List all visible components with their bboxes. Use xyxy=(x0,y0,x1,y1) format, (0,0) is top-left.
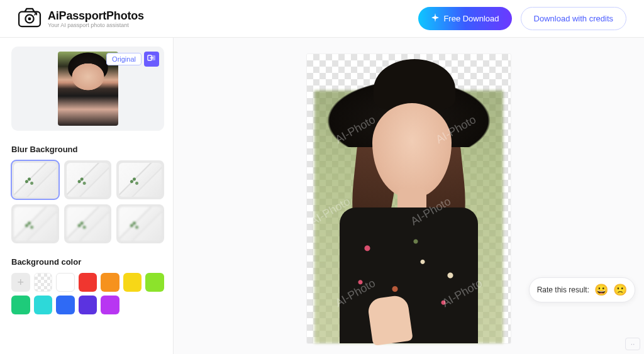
bgcolor-white[interactable] xyxy=(56,273,75,292)
bgcolor-section-title: Background color xyxy=(11,257,164,267)
blur-option-2[interactable] xyxy=(64,160,112,199)
thumbnail-panel: Original xyxy=(11,47,164,131)
blur-option-4[interactable] xyxy=(11,204,59,243)
original-toggle-button[interactable]: Original xyxy=(106,53,142,65)
bgcolor-swatch-5[interactable] xyxy=(123,273,142,292)
svg-point-2 xyxy=(28,17,31,20)
face-icon: ·· xyxy=(631,340,635,348)
blur-section-title: Blur Background xyxy=(11,145,164,154)
sparkle-icon xyxy=(431,13,440,24)
rate-label: Rate this result: xyxy=(537,285,589,294)
download-credits-button[interactable]: Download with credits xyxy=(521,7,626,30)
background-color-grid: + xyxy=(11,273,164,314)
blur-background-grid xyxy=(11,160,164,243)
free-download-button[interactable]: Free Download xyxy=(418,7,511,30)
rate-sad-button[interactable]: 🙁 xyxy=(613,283,627,297)
feedback-widget-button[interactable]: ·· xyxy=(625,338,640,350)
blur-option-5[interactable] xyxy=(64,204,112,243)
bgcolor-swatch-6[interactable] xyxy=(145,273,164,292)
free-download-label: Free Download xyxy=(443,14,499,23)
camera-icon xyxy=(18,8,42,30)
result-person: AI-Photo AI-Photo AI-Photo AI-Photo AI-P… xyxy=(314,54,503,343)
blur-option-3[interactable] xyxy=(116,160,164,199)
bgcolor-swatch-9[interactable] xyxy=(56,296,75,314)
bgcolor-swatch-7[interactable] xyxy=(11,296,30,314)
rate-happy-button[interactable]: 😀 xyxy=(594,283,608,297)
blur-option-6[interactable] xyxy=(116,204,164,243)
sidebar: Original Blur Background Background colo… xyxy=(0,38,174,354)
result-preview: AI-Photo AI-Photo AI-Photo AI-Photo AI-P… xyxy=(307,54,511,343)
logo-subtitle: Your AI passport photo assistant xyxy=(48,22,144,28)
bgcolor-swatch-10[interactable] xyxy=(79,296,97,314)
compare-toggle-button[interactable] xyxy=(144,52,159,67)
rate-result-pill: Rate this result: 😀 🙁 xyxy=(529,277,635,302)
logo[interactable]: AiPassportPhotos Your AI passport photo … xyxy=(18,8,144,30)
blur-option-1[interactable] xyxy=(11,160,59,199)
bgcolor-swatch-8[interactable] xyxy=(34,296,53,314)
bgcolor-add-button[interactable]: + xyxy=(11,273,30,292)
header: AiPassportPhotos Your AI passport photo … xyxy=(0,0,644,38)
canvas: AI-Photo AI-Photo AI-Photo AI-Photo AI-P… xyxy=(174,38,644,354)
compare-icon xyxy=(147,53,156,65)
logo-title: AiPassportPhotos xyxy=(48,9,144,23)
bgcolor-transparent[interactable] xyxy=(34,273,53,292)
bgcolor-swatch-11[interactable] xyxy=(101,296,119,314)
bgcolor-swatch-3[interactable] xyxy=(79,273,97,292)
bgcolor-swatch-4[interactable] xyxy=(101,273,119,292)
